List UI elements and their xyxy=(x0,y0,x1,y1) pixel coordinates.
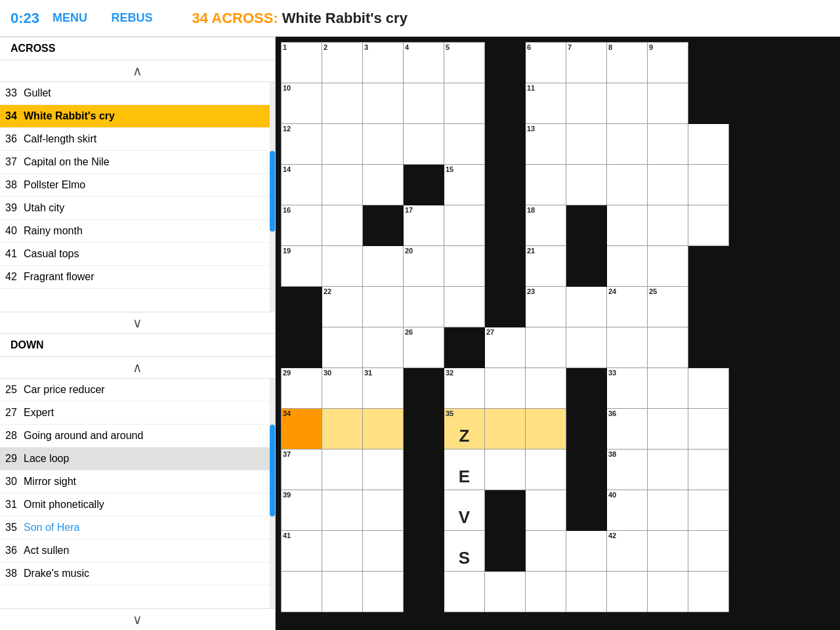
grid-cell[interactable]: 37 xyxy=(282,450,322,490)
grid-cell[interactable] xyxy=(607,572,648,612)
grid-cell[interactable] xyxy=(648,450,688,490)
grid-cell[interactable] xyxy=(688,409,729,450)
across-scroll-up[interactable]: ∧ xyxy=(0,60,275,82)
grid-cell[interactable] xyxy=(322,450,363,490)
grid-cell[interactable]: S xyxy=(444,531,485,572)
grid-cell[interactable] xyxy=(566,327,607,368)
clue-item[interactable]: 38Drake's music xyxy=(0,562,275,585)
grid-cell[interactable] xyxy=(322,531,363,572)
grid-cell[interactable] xyxy=(322,124,363,165)
grid-cell[interactable]: 9 xyxy=(648,43,688,83)
clue-item[interactable]: 37Capital on the Nile xyxy=(0,151,275,174)
grid-cell[interactable]: 20 xyxy=(404,246,444,287)
grid-cell[interactable]: 18 xyxy=(526,205,566,246)
grid-cell[interactable] xyxy=(322,83,363,124)
clue-item[interactable]: 31Omit phonetically xyxy=(0,494,275,516)
clue-item[interactable]: 27Expert xyxy=(0,402,275,425)
grid-cell[interactable] xyxy=(404,165,444,205)
grid-cell[interactable] xyxy=(485,205,526,246)
grid-cell[interactable] xyxy=(566,409,607,450)
grid-cell[interactable] xyxy=(322,246,363,287)
grid-cell[interactable] xyxy=(485,409,526,450)
grid-cell[interactable]: 8 xyxy=(607,43,648,83)
grid-cell[interactable] xyxy=(322,572,363,612)
down-scroll-up[interactable]: ∧ xyxy=(0,357,275,379)
down-scrollbar[interactable] xyxy=(270,379,275,608)
grid-cell[interactable] xyxy=(404,450,444,490)
grid-cell[interactable] xyxy=(363,409,404,450)
grid-cell[interactable] xyxy=(363,327,404,368)
grid-cell[interactable] xyxy=(526,165,566,205)
grid-cell[interactable]: 24 xyxy=(607,287,648,327)
clue-item[interactable]: 33Gullet xyxy=(0,82,275,105)
grid-cell[interactable]: 3 xyxy=(363,43,404,83)
grid-cell[interactable] xyxy=(404,368,444,409)
grid-cell[interactable]: 16 xyxy=(282,205,322,246)
grid-cell[interactable] xyxy=(688,83,729,124)
across-scroll-down[interactable]: ∨ xyxy=(0,312,275,333)
clue-item[interactable]: 30Mirror sight xyxy=(0,471,275,494)
grid-cell[interactable]: 17 xyxy=(404,205,444,246)
grid-cell[interactable] xyxy=(363,287,404,327)
grid-cell[interactable]: 40 xyxy=(607,490,648,531)
grid-cell[interactable] xyxy=(648,83,688,124)
grid-cell[interactable] xyxy=(607,83,648,124)
grid-cell[interactable] xyxy=(526,368,566,409)
grid-cell[interactable]: 41 xyxy=(282,531,322,572)
across-scrollbar[interactable] xyxy=(270,82,275,312)
grid-cell[interactable] xyxy=(485,165,526,205)
grid-cell[interactable] xyxy=(282,327,322,368)
grid-cell[interactable]: 31 xyxy=(363,368,404,409)
grid-cell[interactable]: 23 xyxy=(526,287,566,327)
grid-cell[interactable] xyxy=(363,531,404,572)
grid-cell[interactable] xyxy=(648,490,688,531)
grid-cell[interactable]: 14 xyxy=(282,165,322,205)
grid-cell[interactable] xyxy=(566,165,607,205)
grid-cell[interactable] xyxy=(566,246,607,287)
grid-cell[interactable] xyxy=(688,368,729,409)
grid-cell[interactable] xyxy=(485,531,526,572)
grid-cell[interactable] xyxy=(566,490,607,531)
grid-cell[interactable] xyxy=(404,83,444,124)
grid-cell[interactable] xyxy=(607,124,648,165)
grid-cell[interactable]: 7 xyxy=(566,43,607,83)
grid-cell[interactable] xyxy=(648,205,688,246)
grid-cell[interactable] xyxy=(363,205,404,246)
grid-cell[interactable] xyxy=(485,490,526,531)
grid-cell[interactable]: 39 xyxy=(282,490,322,531)
grid-cell[interactable] xyxy=(566,124,607,165)
grid-cell[interactable]: 1 xyxy=(282,43,322,83)
grid-cell[interactable]: 15 xyxy=(444,165,485,205)
grid-cell[interactable] xyxy=(444,327,485,368)
grid-cell[interactable] xyxy=(526,409,566,450)
grid-cell[interactable] xyxy=(404,409,444,450)
clue-item[interactable]: 28Going around and around xyxy=(0,425,275,448)
grid-cell[interactable] xyxy=(648,409,688,450)
grid-cell[interactable]: 42 xyxy=(607,531,648,572)
grid-cell[interactable] xyxy=(688,246,729,287)
grid-cell[interactable] xyxy=(363,572,404,612)
grid-cell[interactable] xyxy=(282,287,322,327)
grid-cell[interactable]: E xyxy=(444,450,485,490)
grid-cell[interactable]: 19 xyxy=(282,246,322,287)
grid-cell[interactable] xyxy=(688,205,729,246)
grid-cell[interactable] xyxy=(648,124,688,165)
grid-cell[interactable]: 6 xyxy=(526,43,566,83)
grid-cell[interactable]: 35Z xyxy=(444,409,485,450)
grid-cell[interactable]: 11 xyxy=(526,83,566,124)
grid-cell[interactable] xyxy=(648,246,688,287)
grid-cell[interactable]: 12 xyxy=(282,124,322,165)
grid-cell[interactable]: 36 xyxy=(607,409,648,450)
grid-cell[interactable] xyxy=(688,287,729,327)
crossword-grid[interactable]: 1234567891011121314151617181920212223242… xyxy=(281,42,729,612)
clue-item[interactable]: 40Rainy month xyxy=(0,220,275,243)
grid-cell[interactable]: V xyxy=(444,490,485,531)
clue-item[interactable]: 35Son of Hera xyxy=(0,516,275,539)
grid-cell[interactable] xyxy=(404,531,444,572)
grid-cell[interactable] xyxy=(404,124,444,165)
grid-cell[interactable] xyxy=(485,246,526,287)
grid-cell[interactable] xyxy=(607,165,648,205)
grid-cell[interactable] xyxy=(566,450,607,490)
grid-cell[interactable] xyxy=(485,287,526,327)
grid-cell[interactable] xyxy=(607,246,648,287)
